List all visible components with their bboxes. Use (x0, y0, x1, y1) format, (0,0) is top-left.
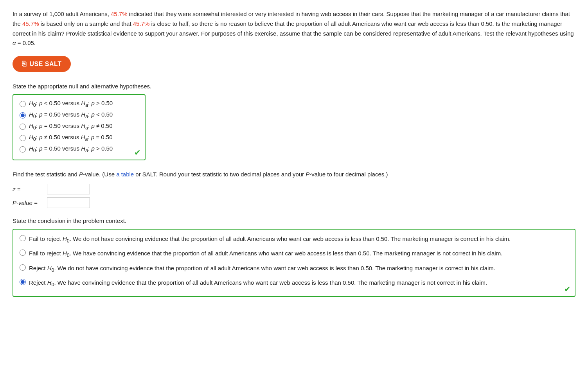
conclusion-box: Fail to reject H0. We do not have convin… (13, 229, 575, 297)
conclusion-label-1[interactable]: Fail to reject H0. We do not have convin… (29, 234, 511, 245)
hypothesis-radio-1[interactable] (20, 101, 26, 107)
hypothesis-radio-5[interactable] (20, 146, 26, 153)
test-stat-section: Find the test statistic and P-value. (Us… (13, 170, 575, 208)
hypothesis-option-5[interactable]: H0: p = 0.50 versus Ha: p > 0.50 (20, 145, 138, 153)
conclusion-section-label: State the conclusion in the problem cont… (13, 217, 575, 224)
pvalue-input-row: P-value = (13, 197, 575, 208)
use-salt-button[interactable]: ⎘ USE SALT (13, 56, 71, 72)
conclusion-label-4[interactable]: Reject H0. We have convincing evidence t… (29, 278, 487, 289)
hypothesis-radio-4[interactable] (20, 135, 26, 141)
conclusion-radio-1[interactable] (20, 235, 26, 241)
intro-paragraph: In a survey of 1,000 adult Americans, 45… (13, 9, 575, 48)
conclusion-option-3[interactable]: Reject H0. We do not have convincing evi… (20, 264, 568, 274)
test-stat-instruction: Find the test statistic and P-value. (Us… (13, 170, 575, 179)
highlight-457-2: 45.7% (22, 20, 39, 27)
hypothesis-label-4[interactable]: H0: p ≠ 0.50 versus Ha: p = 0.50 (29, 134, 113, 142)
hypothesis-checkmark: ✔ (134, 148, 141, 157)
table-link[interactable]: a table (116, 171, 134, 178)
conclusion-radio-4[interactable] (20, 279, 26, 285)
z-input-row: z = (13, 184, 575, 194)
hypothesis-radio-3[interactable] (20, 124, 26, 130)
z-input[interactable] (47, 184, 90, 194)
hypothesis-option-1[interactable]: H0: p < 0.50 versus Ha: p > 0.50 (20, 100, 138, 108)
pvalue-label: P-value = (13, 199, 44, 206)
conclusion-label-3[interactable]: Reject H0. We do not have convincing evi… (29, 264, 495, 274)
conclusion-option-4[interactable]: Reject H0. We have convincing evidence t… (20, 278, 568, 289)
conclusion-option-1[interactable]: Fail to reject H0. We do not have convin… (20, 234, 568, 245)
hypothesis-radio-2[interactable] (20, 112, 26, 118)
hypothesis-label-5[interactable]: H0: p = 0.50 versus Ha: p > 0.50 (29, 145, 113, 153)
hypothesis-option-3[interactable]: H0: p = 0.50 versus Ha: p ≠ 0.50 (20, 122, 138, 131)
hypotheses-box: H0: p < 0.50 versus Ha: p > 0.50 H0: p =… (13, 94, 146, 160)
hypothesis-label-1[interactable]: H0: p < 0.50 versus Ha: p > 0.50 (29, 100, 113, 108)
conclusion-label-2[interactable]: Fail to reject H0. We have convincing ev… (29, 249, 502, 259)
conclusion-radio-2[interactable] (20, 250, 26, 256)
hypothesis-label-2[interactable]: H0: p = 0.50 versus Ha: p < 0.50 (29, 111, 113, 119)
hypothesis-label-3[interactable]: H0: p = 0.50 versus Ha: p ≠ 0.50 (29, 122, 113, 131)
pvalue-input[interactable] (47, 197, 90, 208)
z-label: z = (13, 186, 44, 192)
highlight-457-3: 45.7% (133, 20, 150, 27)
hypothesis-option-2[interactable]: H0: p = 0.50 versus Ha: p < 0.50 (20, 111, 138, 119)
salt-icon: ⎘ (22, 60, 27, 68)
salt-button-label: USE SALT (30, 61, 62, 68)
conclusion-checkmark: ✔ (564, 284, 571, 294)
hypothesis-option-4[interactable]: H0: p ≠ 0.50 versus Ha: p = 0.50 (20, 134, 138, 142)
conclusion-radio-3[interactable] (20, 264, 26, 271)
conclusion-option-2[interactable]: Fail to reject H0. We have convincing ev… (20, 249, 568, 259)
hypotheses-section-label: State the appropriate null and alternati… (13, 83, 575, 90)
highlight-457-1: 45.7% (111, 11, 128, 17)
